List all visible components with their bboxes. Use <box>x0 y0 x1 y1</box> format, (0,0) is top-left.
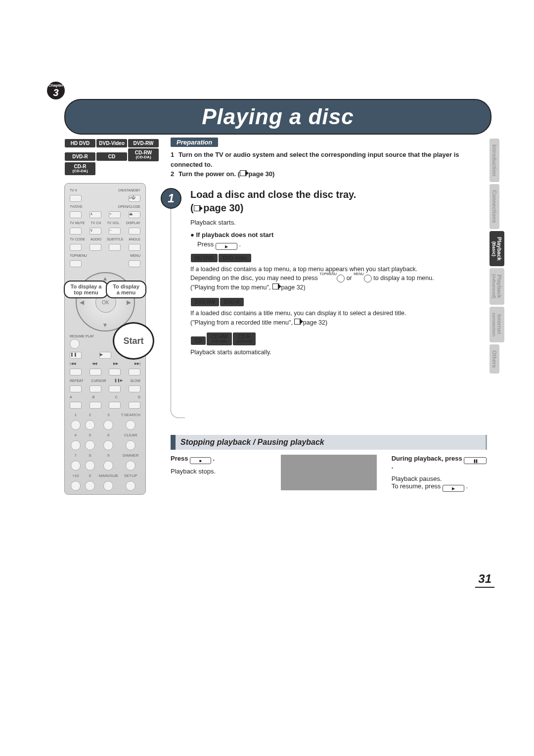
page-ref-icon <box>272 284 279 289</box>
title-banner: Playing a disc <box>64 99 491 135</box>
remote-num-btn[interactable] <box>126 461 135 471</box>
remote-btn[interactable] <box>70 195 82 202</box>
remote-num-btn[interactable] <box>126 481 135 491</box>
remote-num-btn[interactable] <box>71 461 81 471</box>
callout-menu: To display a menu <box>106 281 146 298</box>
step-1: 1 Load a disc and close the disc tray. (… <box>171 188 487 423</box>
resume-press: To resume, press . <box>392 482 487 490</box>
remote-num-btn[interactable] <box>103 481 113 491</box>
if-not-start: ● If playback does not start <box>190 231 487 238</box>
remote-btn[interactable] <box>89 244 101 251</box>
remote-num-btn[interactable] <box>126 440 135 450</box>
step-title: Load a disc and close the disc tray. ( p… <box>190 188 487 215</box>
page-title: Playing a disc <box>202 104 354 129</box>
remote-num-btn[interactable] <box>71 440 81 450</box>
remote-btn[interactable] <box>129 244 140 251</box>
remote-btn[interactable] <box>129 369 140 376</box>
step-number-1: 1 <box>161 188 181 209</box>
chips-group3: CDCD-RW(CD-DA)CD-R(CD-DA) <box>190 332 487 346</box>
remote-pause-btn[interactable]: ❚❚ <box>70 352 82 359</box>
remote-label: OPEN/CLOSE <box>118 205 140 208</box>
stop-key-icon <box>190 457 211 464</box>
remote-label: ◀◀ <box>92 362 97 366</box>
remote-label: CURSOR <box>91 379 106 382</box>
chip-cdrw: CD-RW(CD-DA) <box>128 148 159 161</box>
remote-resume-btn[interactable] <box>70 339 80 349</box>
chip: CD <box>191 336 206 345</box>
callout-topmenu: To display a top menu <box>64 281 108 298</box>
remote-label-tv: TV I/ <box>70 189 77 192</box>
chip-dvdrw: DVD-RW <box>128 139 159 147</box>
chapter-number: 3 <box>53 88 58 97</box>
tab-internet: Internetconnection <box>490 307 504 342</box>
arrow-down-icon[interactable]: ▼ <box>102 322 108 329</box>
remote-btn[interactable] <box>89 402 101 409</box>
group3-text: Playback starts automatically. <box>190 348 487 357</box>
remote-btn[interactable] <box>129 385 140 392</box>
remote-num-btn[interactable] <box>103 461 113 471</box>
remote-num-btn[interactable] <box>85 461 95 471</box>
chapter-circle: Chapter 3 <box>47 82 65 99</box>
remote-num-btn[interactable] <box>85 481 95 491</box>
remote-num-btn[interactable] <box>126 420 135 430</box>
remote-btn[interactable] <box>70 385 82 392</box>
remote-btn-up[interactable]: ∧ <box>89 211 101 218</box>
remote-label: TV/DVD <box>70 205 83 208</box>
chip: CD-RW(CD-DA) <box>207 332 231 345</box>
remote-label: DISPLAY <box>126 221 140 225</box>
remote-num-btn[interactable] <box>71 481 81 491</box>
remote-play-btn[interactable]: ▶ <box>99 352 111 359</box>
remote-btn-down[interactable]: ∨ <box>89 228 101 235</box>
remote-label: TV VOL. <box>107 221 120 225</box>
topmenu-circle-icon <box>337 275 345 283</box>
chip: HD DVD <box>191 254 218 262</box>
remote-num-btn[interactable] <box>103 420 113 430</box>
chip: DVD-R <box>220 298 244 306</box>
remote-btn[interactable] <box>70 211 82 218</box>
remote-btn[interactable] <box>70 228 82 235</box>
remote-btn[interactable] <box>129 402 140 409</box>
remote-btn[interactable] <box>109 369 121 376</box>
chips-group1: HD DVDDVD-Video <box>190 253 487 263</box>
remote-label: TV CH <box>91 221 101 225</box>
group2-text: If a loaded disc contains a title menu, … <box>190 309 487 328</box>
remote-btn-topmenu[interactable] <box>70 260 82 267</box>
press-play: Press . <box>197 240 487 248</box>
arrow-left-icon[interactable]: ◀ <box>80 299 84 306</box>
remote-btn[interactable] <box>70 402 82 409</box>
remote-btn[interactable] <box>89 385 101 392</box>
remote-label: ▶▶| <box>134 362 140 366</box>
remote-btn-minus[interactable]: − <box>109 228 121 235</box>
chip-dvdvideo: DVD-Video <box>96 139 127 147</box>
prep-item-1: Turn on the TV or audio system and selec… <box>171 151 459 168</box>
remote-num-btn[interactable] <box>85 420 95 430</box>
remote-label-topmenu: TOPMENU <box>70 254 87 257</box>
remote-num-btn[interactable] <box>71 420 81 430</box>
remote-btn[interactable] <box>70 369 82 376</box>
preparation-label: Preparation <box>171 138 218 147</box>
remote-btn-menu[interactable] <box>129 260 140 267</box>
remote-label: B <box>92 395 95 399</box>
group1-text: If a loaded disc contains a top menu, a … <box>190 265 487 292</box>
remote-btn[interactable] <box>109 402 121 409</box>
tab-playback-advanced: Playback(Advanced) <box>490 268 504 304</box>
remote-num-btn[interactable] <box>103 440 113 450</box>
chip-cd: CD <box>96 152 127 161</box>
remote-btn[interactable] <box>109 244 121 251</box>
menu-label: MENU <box>354 272 364 276</box>
remote-num-btn[interactable] <box>85 440 95 450</box>
arrow-right-icon[interactable]: ▶ <box>127 299 131 306</box>
remote-btn-plus[interactable]: + <box>109 211 121 218</box>
remote-btn[interactable] <box>109 385 121 392</box>
press-stop: Press . <box>171 455 266 463</box>
remote-btn[interactable] <box>89 369 101 376</box>
play-key-icon <box>216 243 237 250</box>
remote-label: A <box>70 395 72 399</box>
playback-starts: Playback starts. <box>190 219 487 226</box>
remote-btn[interactable] <box>129 228 140 235</box>
remote-btn[interactable]: I/⏻ <box>129 195 140 202</box>
play-key-icon <box>443 485 464 492</box>
remote-btn-eject[interactable]: ⏏ <box>129 211 140 218</box>
remote-btn[interactable] <box>70 244 82 251</box>
playback-stops: Playback stops. <box>171 468 266 475</box>
